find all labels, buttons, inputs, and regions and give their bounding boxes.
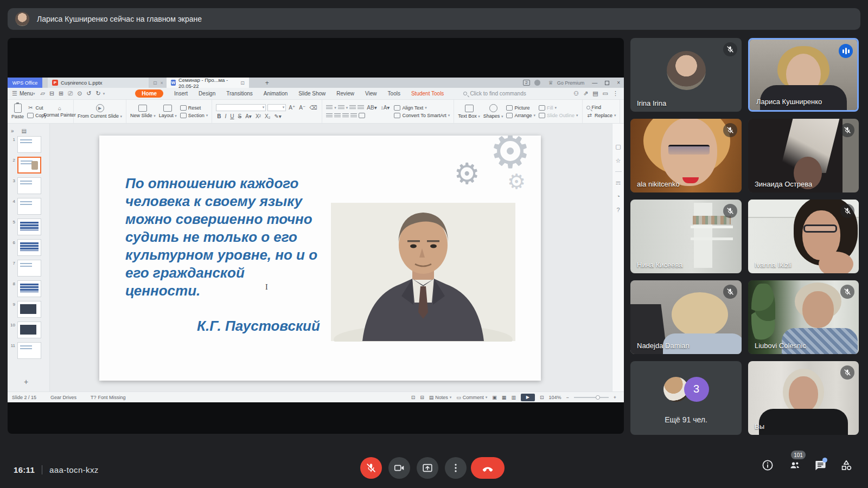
font-color-button[interactable]: A▾ — [245, 113, 252, 119]
share-icon[interactable]: ⇗ — [583, 90, 588, 97]
notes-button[interactable]: ▤ Notes ▾ — [429, 395, 452, 400]
bullets-icon[interactable] — [326, 105, 333, 110]
line-spacing-icon[interactable]: ↕A▾ — [381, 105, 390, 111]
slide-thumb-4[interactable]: 4 — [10, 198, 49, 215]
slide-thumb-1[interactable]: 1 — [10, 136, 49, 153]
grid-icon[interactable]: ⊟ — [420, 395, 424, 400]
slide-thumb-7[interactable]: 7 — [10, 260, 49, 277]
font-missing-status[interactable]: T? Font Missing — [91, 395, 126, 400]
comment-button[interactable]: ▭ Comment ▾ — [456, 395, 487, 400]
slide-thumb-5[interactable]: 5 — [10, 219, 49, 235]
subscript-button[interactable]: X₂ — [265, 113, 271, 119]
slide-quote-text[interactable]: По отношению каждого человека к своему я… — [125, 175, 353, 300]
italic-button[interactable]: I — [225, 113, 227, 119]
slide-thumb-2[interactable]: 2 — [10, 157, 49, 174]
favorites-icon[interactable]: ☆ — [616, 157, 621, 164]
more-options-button[interactable] — [445, 457, 467, 479]
mic-toggle-button[interactable] — [360, 457, 382, 479]
go-premium-button[interactable]: Go Premium — [557, 80, 585, 86]
preview-icon[interactable]: ⊙ — [77, 90, 82, 97]
ribbon-tab-student-tools[interactable]: Student Tools — [411, 91, 444, 97]
text-box-button[interactable]: Text Box ▾ — [458, 105, 480, 119]
font-size-select[interactable]: ▾ — [267, 104, 286, 111]
wps-brand-button[interactable]: WPS Office — [8, 78, 42, 88]
superscript-button[interactable]: X² — [256, 113, 261, 119]
picture-button[interactable]: Picture — [506, 105, 535, 111]
reset-button[interactable]: Reset — [180, 105, 208, 111]
highlight-button[interactable]: ✎▾ — [274, 113, 281, 119]
account-avatar-icon[interactable] — [534, 80, 540, 86]
slide-author-text[interactable]: К.Г. Паустовский — [197, 318, 320, 335]
bold-button[interactable]: B — [217, 113, 221, 119]
minimize-button[interactable]: — — [592, 80, 597, 86]
slide-thumb-8[interactable]: 8 — [10, 280, 49, 297]
collapse-panel-icon[interactable]: » — [11, 128, 14, 134]
command-search[interactable]: Click to find commands — [463, 91, 526, 97]
share-user-icon[interactable]: ⚇ — [573, 90, 579, 97]
align-left-icon[interactable] — [326, 113, 333, 118]
zoom-out-icon[interactable]: − — [566, 395, 569, 400]
adjust-panel-icon[interactable]: ⚎ — [616, 179, 621, 186]
tab-close-icon[interactable]: × — [161, 80, 163, 86]
add-slide-icon[interactable]: + — [24, 377, 28, 386]
participant-tile-zinaida[interactable]: Зинаида Острева — [748, 119, 859, 192]
more-ribbon-icon[interactable]: ⋮ — [612, 90, 618, 97]
slide-canvas[interactable]: ⚙ ⚙ ⚙ По отношению каждого человека к св… — [50, 124, 612, 391]
participants-button[interactable] — [788, 459, 801, 472]
format-painter-button[interactable]: ⌂ Format Painter — [50, 105, 69, 118]
ribbon-tab-home[interactable]: Home — [135, 89, 163, 98]
wps-doc-tab[interactable]: P Cușnirenco L.pptx — [48, 78, 149, 88]
fullscreen-icon[interactable]: ⊡ — [540, 395, 544, 400]
participant-tile-nadejda[interactable]: Nadejda Damian — [630, 280, 742, 354]
sidebar-panel-icon[interactable]: ▤ — [592, 90, 598, 97]
text-direction-icon[interactable]: AB▾ — [367, 105, 376, 111]
new-tab-button[interactable]: + — [265, 79, 269, 87]
restore-button[interactable] — [605, 81, 609, 85]
slide-sorter-icon[interactable]: ▦ — [502, 395, 507, 400]
slide-outline-button[interactable]: Slide Outline ▾ — [539, 113, 578, 118]
align-right-icon[interactable] — [342, 113, 349, 118]
find-button[interactable]: Find — [586, 105, 616, 110]
participant-tile-ala[interactable]: ala nikitcenko — [630, 119, 742, 192]
paste-button[interactable]: Paste — [11, 104, 24, 119]
export-icon[interactable]: ⊞ — [59, 90, 63, 97]
redo-icon[interactable]: ↻ — [96, 90, 101, 97]
new-slide-button[interactable]: New Slide ▾ — [130, 105, 156, 118]
zoom-level[interactable]: 104% — [548, 395, 561, 400]
slide-thumb-3[interactable]: 3 — [10, 177, 49, 194]
tab-preview-icon[interactable]: ⊡ — [153, 80, 157, 86]
layout-button[interactable]: Layout ▾ — [159, 105, 177, 118]
cut-button[interactable]: ✂Cut — [27, 105, 47, 111]
participant-tile-ivanna[interactable]: Ivanna Ikizli — [748, 200, 859, 273]
fit-icon[interactable]: ⊡ — [411, 395, 416, 400]
more-participants-tile[interactable]: 3 Ещё 91 чел. — [630, 361, 742, 435]
hamburger-menu-icon[interactable]: ☰ — [12, 90, 17, 97]
self-view-tile[interactable]: Вы — [748, 361, 859, 435]
slideshow-play-button[interactable]: ▶ — [521, 394, 535, 401]
zoom-slider[interactable] — [574, 397, 609, 398]
slide-thumb-6[interactable]: 6 — [10, 239, 49, 256]
justify-icon[interactable] — [350, 113, 357, 118]
ribbon-tab-insert[interactable]: Insert — [174, 91, 188, 97]
save-icon[interactable]: ⊟ — [49, 90, 54, 97]
undo-icon[interactable]: ↺ — [86, 90, 91, 97]
indent-increase-icon[interactable] — [358, 105, 364, 110]
section-button[interactable]: Section ▾ — [180, 113, 208, 118]
fill-button[interactable]: Fill ▾ — [539, 105, 578, 111]
quickbar-dropdown-icon[interactable]: ▾ — [103, 92, 105, 96]
ribbon-tab-slideshow[interactable]: Slide Show — [298, 91, 326, 97]
history-icon[interactable]: ◔ — [616, 193, 620, 200]
present-button[interactable] — [417, 457, 438, 479]
ribbon-tab-design[interactable]: Design — [199, 91, 215, 97]
zoom-in-icon[interactable]: + — [614, 395, 616, 400]
strikethrough-button[interactable]: S — [238, 113, 242, 119]
current-slide[interactable]: ⚙ ⚙ ⚙ По отношению каждого человека к св… — [99, 136, 541, 381]
activities-button[interactable] — [840, 459, 853, 472]
slide-thumb-10[interactable]: 10 — [10, 322, 49, 338]
from-current-slide-button[interactable]: ▶ From Current Slide ▾ — [78, 104, 122, 119]
window-switch-badge[interactable]: 2 — [523, 80, 529, 86]
ribbon-tab-transitions[interactable]: Transitions — [226, 91, 253, 97]
participant-tile-liubovi[interactable]: Liubovi Colesnic — [748, 280, 859, 354]
arrange-button[interactable]: Arrange ▾ — [506, 113, 535, 118]
ribbon-tab-review[interactable]: Review — [336, 91, 354, 97]
